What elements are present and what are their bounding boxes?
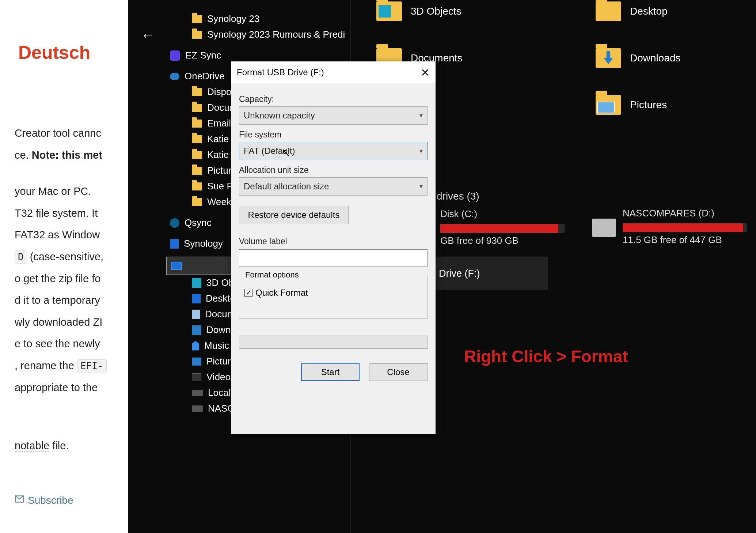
article-text: ce. Note: this met [15,146,128,165]
drive-d[interactable]: NASCOMPARES (D:) 11.5 GB free of 447 GB [592,208,747,246]
start-button[interactable]: Start [301,363,360,381]
folder-icon [192,135,202,143]
cube-icon [192,278,201,288]
subscribe-label: Subscribe [28,491,73,510]
subscribe-link[interactable]: Subscribe [15,491,73,510]
volume-label-label: Volume label [239,237,428,246]
filesystem-label: File system [239,130,428,140]
sync-icon [170,218,179,228]
article-text: wly downloaded ZI [15,313,128,332]
cloud-icon [170,73,179,80]
folder-desktop[interactable]: Desktop [596,1,668,21]
folder-label: Pictures [630,99,667,111]
tree-folder[interactable]: Synology 23 [166,11,350,27]
folder-pictures[interactable]: Pictures [596,95,667,115]
disk-icon [192,390,203,396]
dialog-titlebar[interactable]: Format USB Drive (F:) ✕ [231,61,436,83]
folder-3d-objects[interactable]: 3D Objects [376,1,461,21]
drive-usage-fill [440,224,558,233]
pictures-icon [192,358,201,366]
back-button[interactable]: ← [141,27,155,44]
article-text: , rename the [15,360,77,371]
format-options-group: Format options ✓ Quick Format [239,275,428,319]
document-icon [192,310,200,319]
dialog-title: Format USB Drive (F:) [237,67,324,78]
article-text: your Mac or PC. [15,182,128,201]
mouse-cursor-icon: ↖ [281,146,290,159]
restore-defaults-button[interactable]: Restore device defaults [239,206,349,224]
folder-label: Downloads [630,52,681,64]
allocation-select[interactable]: Default allocation size ▾ [239,177,428,196]
volume-label-input[interactable] [239,249,428,267]
folder-icon [192,31,202,39]
quick-format-label: Quick Format [255,288,308,298]
folder-icon [192,167,202,175]
folder-icon [192,120,202,128]
language-heading[interactable]: Deutsch [18,37,128,69]
drive-free: GB free of 930 GB [440,235,565,246]
article-text: notable file. [15,436,128,455]
folder-icon [192,182,202,190]
progress-bar [239,336,428,349]
allocation-value: Default allocation size [244,181,329,192]
chevron-down-icon: ▾ [419,182,423,190]
folder-downloads[interactable]: Downloads [596,48,681,68]
folder-label: 3D Objects [411,5,461,17]
close-button[interactable]: ✕ [421,66,430,79]
webpage-panel: Deutsch Creator tool cannc ce. Note: thi… [0,0,128,533]
sync-app-icon [170,50,180,61]
article-text: , rename the EFI- [15,356,128,375]
article-text: Creator tool cannc [15,124,128,143]
drive-name: NASCOMPARES (D:) [623,208,747,219]
folder-icon [376,1,402,21]
article-text: appropriate to the [15,378,128,397]
capacity-label: Capacity: [239,94,428,104]
drive-c[interactable]: Disk (C:) GB free of 930 GB [440,208,565,246]
folder-icon [596,48,621,68]
capacity-select[interactable]: Unknown capacity ▾ [239,106,428,125]
drives-heading: drives (3) [437,190,479,202]
folder-label: Desktop [630,5,668,17]
filesystem-select[interactable]: FAT (Default) ▾ [239,142,428,160]
file-explorer: ← Synology 23 Synology 2023 Rumours & Pr… [128,0,756,533]
article-text: file. [49,440,69,451]
drive-usage-bar [440,224,565,233]
tree-label: Qsync [185,217,212,228]
tree-label: Synology 2023 Rumours & Predi [207,29,345,40]
folder-icon [192,15,202,23]
drive-usage-bar [623,223,747,232]
article-bold: Note: this met [32,149,102,161]
close-dialog-button[interactable]: Close [369,363,428,381]
downloads-icon [192,325,201,335]
inline-code: D [15,250,27,264]
folder-icon [596,95,621,115]
desktop-icon [192,294,201,303]
tree-folder[interactable]: Synology 2023 Rumours & Predi [166,27,350,42]
drive-free: 11.5 GB free of 447 GB [623,234,747,246]
mail-icon [15,491,24,510]
monitor-icon [171,262,182,270]
article-text: T32 file system. It [15,204,128,223]
chevron-down-icon: ▾ [419,147,423,155]
article-text: d it to a temporary [15,291,128,310]
article-text: e to see the newly [15,334,128,354]
article-text: ce. [15,149,32,161]
underlined-text: notable [15,440,49,452]
folder-icon [192,104,202,112]
quick-format-checkbox[interactable]: ✓ Quick Format [244,288,422,298]
tree-ez-sync[interactable]: EZ Sync [166,48,350,63]
checkbox-icon: ✓ [244,289,252,297]
disk-icon [192,405,203,412]
inline-code: EFI- [77,359,107,373]
tree-label: OneDrive [185,71,225,82]
format-options-label: Format options [243,270,301,280]
tree-label: Music [204,340,229,351]
article-text: o get the zip file fo [15,269,128,288]
app-icon [170,239,179,249]
drive-name: Disk (C:) [440,208,565,220]
article-text: (case-sensitive, [27,251,104,262]
folder-icon [192,198,202,206]
folder-icon [192,88,202,96]
article-text: FAT32 as Window [15,226,128,245]
drive-label: Drive (F:) [439,268,480,279]
